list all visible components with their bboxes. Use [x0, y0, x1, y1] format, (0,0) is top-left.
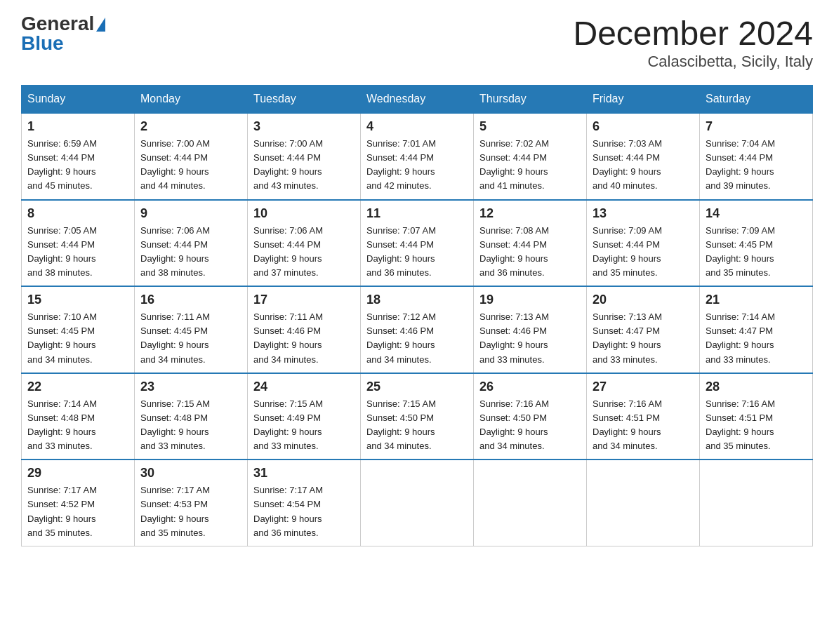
calendar-cell: 1 Sunrise: 6:59 AMSunset: 4:44 PMDayligh…: [22, 113, 135, 200]
calendar-cell: 26 Sunrise: 7:16 AMSunset: 4:50 PMDaylig…: [474, 373, 587, 460]
day-detail: Sunrise: 7:11 AMSunset: 4:46 PMDaylight:…: [253, 311, 323, 364]
day-detail: Sunrise: 7:10 AMSunset: 4:45 PMDaylight:…: [27, 311, 97, 364]
day-number: 7: [706, 119, 807, 134]
col-monday: Monday: [135, 86, 248, 114]
calendar-cell: 24 Sunrise: 7:15 AMSunset: 4:49 PMDaylig…: [248, 373, 361, 460]
day-number: 9: [140, 206, 241, 221]
calendar-week-row: 1 Sunrise: 6:59 AMSunset: 4:44 PMDayligh…: [22, 113, 813, 200]
day-detail: Sunrise: 7:14 AMSunset: 4:48 PMDaylight:…: [27, 398, 97, 451]
day-detail: Sunrise: 7:00 AMSunset: 4:44 PMDaylight:…: [140, 138, 210, 191]
day-number: 21: [706, 293, 807, 307]
day-number: 30: [140, 466, 241, 481]
day-detail: Sunrise: 7:15 AMSunset: 4:49 PMDaylight:…: [253, 398, 323, 451]
day-number: 1: [27, 119, 128, 134]
calendar-cell: 9 Sunrise: 7:06 AMSunset: 4:44 PMDayligh…: [135, 200, 248, 287]
calendar-cell: 20 Sunrise: 7:13 AMSunset: 4:47 PMDaylig…: [587, 286, 700, 373]
calendar-cell: [700, 459, 813, 546]
day-detail: Sunrise: 7:00 AMSunset: 4:44 PMDaylight:…: [253, 138, 323, 191]
col-tuesday: Tuesday: [248, 86, 361, 114]
calendar-cell: 29 Sunrise: 7:17 AMSunset: 4:52 PMDaylig…: [22, 459, 135, 546]
page-title: December 2024: [573, 14, 813, 53]
day-detail: Sunrise: 7:17 AMSunset: 4:54 PMDaylight:…: [253, 485, 323, 537]
page-header: General Blue December 2024 Calascibetta,…: [21, 14, 813, 71]
col-sunday: Sunday: [22, 86, 135, 114]
day-detail: Sunrise: 7:15 AMSunset: 4:48 PMDaylight:…: [140, 398, 210, 451]
calendar-cell: [587, 459, 700, 546]
col-wednesday: Wednesday: [361, 86, 474, 114]
day-detail: Sunrise: 7:15 AMSunset: 4:50 PMDaylight:…: [366, 398, 436, 451]
calendar-week-row: 22 Sunrise: 7:14 AMSunset: 4:48 PMDaylig…: [22, 373, 813, 460]
day-number: 14: [706, 206, 807, 221]
calendar-cell: 7 Sunrise: 7:04 AMSunset: 4:44 PMDayligh…: [700, 113, 813, 200]
day-detail: Sunrise: 7:07 AMSunset: 4:44 PMDaylight:…: [366, 225, 436, 278]
calendar-cell: 12 Sunrise: 7:08 AMSunset: 4:44 PMDaylig…: [474, 200, 587, 287]
day-number: 16: [140, 293, 241, 307]
logo: General Blue: [21, 14, 105, 53]
day-detail: Sunrise: 7:06 AMSunset: 4:44 PMDaylight:…: [140, 225, 210, 278]
calendar-cell: 4 Sunrise: 7:01 AMSunset: 4:44 PMDayligh…: [361, 113, 474, 200]
calendar-cell: 16 Sunrise: 7:11 AMSunset: 4:45 PMDaylig…: [135, 286, 248, 373]
day-number: 20: [593, 293, 694, 307]
calendar-cell: 11 Sunrise: 7:07 AMSunset: 4:44 PMDaylig…: [361, 200, 474, 287]
day-detail: Sunrise: 7:05 AMSunset: 4:44 PMDaylight:…: [27, 225, 97, 278]
calendar-table: Sunday Monday Tuesday Wednesday Thursday…: [21, 85, 813, 546]
calendar-cell: 8 Sunrise: 7:05 AMSunset: 4:44 PMDayligh…: [22, 200, 135, 287]
day-number: 8: [27, 206, 128, 221]
day-detail: Sunrise: 7:16 AMSunset: 4:51 PMDaylight:…: [593, 398, 662, 451]
page-subtitle: Calascibetta, Sicily, Italy: [573, 53, 813, 71]
day-number: 29: [27, 466, 128, 481]
calendar-cell: 25 Sunrise: 7:15 AMSunset: 4:50 PMDaylig…: [361, 373, 474, 460]
day-detail: Sunrise: 7:12 AMSunset: 4:46 PMDaylight:…: [366, 311, 436, 364]
calendar-cell: 30 Sunrise: 7:17 AMSunset: 4:53 PMDaylig…: [135, 459, 248, 546]
calendar-cell: 5 Sunrise: 7:02 AMSunset: 4:44 PMDayligh…: [474, 113, 587, 200]
day-detail: Sunrise: 7:02 AMSunset: 4:44 PMDaylight:…: [479, 138, 549, 191]
calendar-cell: 10 Sunrise: 7:06 AMSunset: 4:44 PMDaylig…: [248, 200, 361, 287]
day-number: 31: [253, 466, 355, 481]
calendar-cell: 28 Sunrise: 7:16 AMSunset: 4:51 PMDaylig…: [700, 373, 813, 460]
day-detail: Sunrise: 7:06 AMSunset: 4:44 PMDaylight:…: [253, 225, 323, 278]
day-number: 3: [253, 119, 355, 134]
calendar-week-row: 29 Sunrise: 7:17 AMSunset: 4:52 PMDaylig…: [22, 459, 813, 546]
day-number: 25: [366, 380, 468, 394]
day-number: 6: [593, 119, 694, 134]
col-friday: Friday: [587, 86, 700, 114]
day-detail: Sunrise: 7:17 AMSunset: 4:52 PMDaylight:…: [27, 485, 97, 537]
day-detail: Sunrise: 7:09 AMSunset: 4:45 PMDaylight:…: [706, 225, 775, 278]
calendar-cell: 15 Sunrise: 7:10 AMSunset: 4:45 PMDaylig…: [22, 286, 135, 373]
logo-general-text: General: [21, 13, 94, 34]
day-detail: Sunrise: 7:16 AMSunset: 4:51 PMDaylight:…: [706, 398, 775, 451]
day-detail: Sunrise: 7:16 AMSunset: 4:50 PMDaylight:…: [479, 398, 549, 451]
day-detail: Sunrise: 6:59 AMSunset: 4:44 PMDaylight:…: [27, 138, 97, 191]
day-number: 13: [593, 206, 694, 221]
calendar-cell: [474, 459, 587, 546]
day-number: 24: [253, 380, 355, 394]
calendar-cell: 31 Sunrise: 7:17 AMSunset: 4:54 PMDaylig…: [248, 459, 361, 546]
day-detail: Sunrise: 7:14 AMSunset: 4:47 PMDaylight:…: [706, 311, 775, 364]
calendar-cell: 6 Sunrise: 7:03 AMSunset: 4:44 PMDayligh…: [587, 113, 700, 200]
calendar-cell: 27 Sunrise: 7:16 AMSunset: 4:51 PMDaylig…: [587, 373, 700, 460]
col-thursday: Thursday: [474, 86, 587, 114]
day-detail: Sunrise: 7:01 AMSunset: 4:44 PMDaylight:…: [366, 138, 436, 191]
day-number: 12: [479, 206, 581, 221]
calendar-week-row: 8 Sunrise: 7:05 AMSunset: 4:44 PMDayligh…: [22, 200, 813, 287]
calendar-cell: 17 Sunrise: 7:11 AMSunset: 4:46 PMDaylig…: [248, 286, 361, 373]
calendar-cell: 2 Sunrise: 7:00 AMSunset: 4:44 PMDayligh…: [135, 113, 248, 200]
day-number: 15: [27, 293, 128, 307]
day-number: 11: [366, 206, 468, 221]
day-detail: Sunrise: 7:11 AMSunset: 4:45 PMDaylight:…: [140, 311, 210, 364]
day-number: 22: [27, 380, 128, 394]
logo-triangle-icon: [96, 18, 105, 32]
day-number: 2: [140, 119, 241, 134]
day-number: 5: [479, 119, 581, 134]
day-detail: Sunrise: 7:13 AMSunset: 4:46 PMDaylight:…: [479, 311, 549, 364]
calendar-week-row: 15 Sunrise: 7:10 AMSunset: 4:45 PMDaylig…: [22, 286, 813, 373]
logo-blue-text: Blue: [21, 32, 64, 54]
day-detail: Sunrise: 7:08 AMSunset: 4:44 PMDaylight:…: [479, 225, 549, 278]
day-number: 10: [253, 206, 355, 221]
day-number: 23: [140, 380, 241, 394]
col-saturday: Saturday: [700, 86, 813, 114]
calendar-cell: 13 Sunrise: 7:09 AMSunset: 4:44 PMDaylig…: [587, 200, 700, 287]
calendar-cell: 21 Sunrise: 7:14 AMSunset: 4:47 PMDaylig…: [700, 286, 813, 373]
day-number: 19: [479, 293, 581, 307]
day-detail: Sunrise: 7:04 AMSunset: 4:44 PMDaylight:…: [706, 138, 775, 191]
